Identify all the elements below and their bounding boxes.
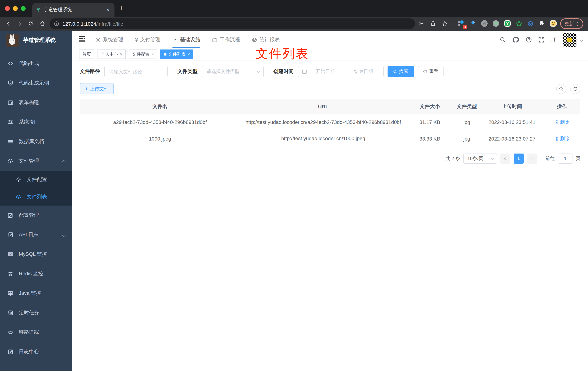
reset-button[interactable]: 重置: [418, 66, 443, 77]
cell-filename: 1000.jpeg: [80, 131, 240, 147]
date-start-placeholder[interactable]: 开始日期: [309, 68, 342, 75]
search-icon: [393, 69, 397, 74]
url-path: /infra/file/file: [96, 21, 123, 27]
sidebar-item-log-center[interactable]: 日志中心: [0, 342, 72, 362]
tag-home[interactable]: 首页: [79, 50, 94, 59]
tab-close-icon[interactable]: ×: [105, 7, 111, 13]
extension-y-icon[interactable]: Y: [504, 20, 511, 27]
tag-label: 文件列表: [168, 51, 186, 57]
sidebar-item-form-builder[interactable]: 表单构建: [0, 93, 72, 112]
sidebar-item-file-management[interactable]: 文件管理: [0, 151, 72, 171]
chrome-update-button[interactable]: 更新 ⋮: [560, 18, 583, 29]
toggle-search-button[interactable]: [556, 84, 566, 94]
table-row: a294ecb2-73dd-4353-bf40-296b8931d0bf htt…: [80, 114, 580, 131]
briefcase-icon: [212, 37, 218, 42]
sidebar-item-scheduled-tasks[interactable]: 定时任务: [0, 303, 72, 323]
tag-file-config[interactable]: 文件配置×: [129, 50, 157, 59]
extension-command-icon[interactable]: ⌘: [481, 20, 488, 27]
browser-tab[interactable]: 芋道管理系统 ×: [32, 3, 115, 17]
refresh-table-button[interactable]: [570, 84, 580, 94]
reload-icon[interactable]: [27, 20, 35, 27]
search-button[interactable]: 搜索: [388, 66, 414, 77]
extension-tampermonkey-icon[interactable]: 11: [457, 20, 464, 27]
date-range-picker[interactable]: 开始日期 - 结束日期: [298, 66, 384, 77]
font-size-icon[interactable]: TT: [551, 36, 556, 43]
address-bar[interactable]: 127.0.0.1:1024/infra/file/file: [50, 18, 415, 29]
logo-image: [6, 34, 19, 47]
tag-close-icon[interactable]: ×: [151, 52, 154, 57]
extension-eye-icon[interactable]: [527, 20, 534, 27]
prev-page-button[interactable]: [500, 154, 510, 164]
traffic-light-minimize[interactable]: [13, 6, 18, 11]
tag-label: 个人中心: [101, 51, 118, 57]
current-page[interactable]: 1: [514, 154, 524, 164]
col-header-type: 文件类型: [453, 99, 480, 114]
delete-button[interactable]: 删除: [555, 135, 569, 142]
sidebar-item-file-list[interactable]: 文件列表: [0, 188, 72, 206]
cloud-upload-icon: [16, 194, 21, 200]
browser-menu-icon[interactable]: ⋮: [575, 21, 580, 26]
extensions-puzzle-icon[interactable]: [538, 20, 545, 27]
file-path-input[interactable]: [104, 66, 168, 77]
sidebar-item-code-gen-example[interactable]: 代码生成示例: [0, 73, 72, 93]
traffic-light-close[interactable]: [5, 6, 10, 11]
sidebar-item-mysql-monitor[interactable]: MySQL 监控: [0, 244, 72, 264]
extension-star-icon[interactable]: [515, 20, 523, 27]
sidebar-logo[interactable]: 芋道管理系统: [0, 31, 72, 50]
github-icon[interactable]: [512, 36, 519, 43]
forward-icon[interactable]: [16, 20, 23, 27]
search-icon[interactable]: [500, 36, 506, 43]
col-header-actions: 操作: [544, 99, 580, 114]
sidebar-toggle-icon[interactable]: [79, 36, 85, 43]
avatar-caret-icon[interactable]: [580, 38, 584, 42]
main-area: 系统管理 ¥ 支付管理 基础设施 工作流程: [72, 31, 588, 371]
sidebar-item-code-gen[interactable]: 代码生成: [0, 54, 72, 73]
sidebar-item-java-monitor[interactable]: Java 监控: [0, 284, 72, 303]
sidebar-item-tracing[interactable]: 链路追踪: [0, 323, 72, 342]
extension-kite-icon[interactable]: [469, 20, 476, 27]
profile-avatar-icon[interactable]: [550, 20, 557, 27]
nav-payment-management[interactable]: ¥ 支付管理: [135, 31, 160, 49]
next-page-button[interactable]: [527, 154, 537, 164]
nav-workflow[interactable]: 工作流程: [212, 31, 240, 49]
share-icon[interactable]: [429, 20, 437, 27]
nav-infrastructure[interactable]: 基础设施: [172, 31, 200, 49]
site-info-icon[interactable]: [54, 21, 59, 26]
delete-button[interactable]: 删除: [555, 119, 569, 125]
sidebar-item-redis-monitor[interactable]: Redis 监控: [0, 264, 72, 284]
extension-dot-icon[interactable]: [492, 20, 500, 27]
chevron-down-icon: [491, 156, 494, 160]
sidebar-item-api-log[interactable]: API 日志: [0, 225, 72, 244]
gear-icon: [95, 37, 101, 42]
page-size-select[interactable]: 10条/页: [463, 154, 497, 164]
traffic-light-zoom[interactable]: [21, 6, 26, 11]
bookmark-star-icon[interactable]: [441, 20, 449, 27]
cell-time: 2022-03-16 23:51:41: [480, 114, 544, 130]
password-key-icon[interactable]: [417, 20, 425, 27]
nav-system-management[interactable]: 系统管理: [95, 31, 123, 49]
extension-badge: 11: [462, 25, 467, 29]
tag-file-list[interactable]: 文件列表×: [160, 50, 193, 59]
sidebar-item-label: Java 监控: [19, 290, 41, 297]
help-icon[interactable]: [525, 36, 532, 43]
back-icon[interactable]: [4, 20, 12, 27]
user-avatar-qr[interactable]: [563, 33, 577, 47]
upload-file-button[interactable]: + 上传文件: [80, 83, 114, 94]
sidebar-item-system-api[interactable]: 系统接口: [0, 112, 72, 132]
sidebar-item-db-doc[interactable]: 数据库文档: [0, 132, 72, 151]
tag-profile[interactable]: 个人中心×: [97, 50, 126, 59]
tag-close-icon[interactable]: ×: [188, 52, 190, 57]
sidebar-item-file-config[interactable]: 文件配置: [0, 171, 72, 188]
cell-type: jpg: [453, 131, 480, 147]
tag-close-icon[interactable]: ×: [120, 52, 122, 57]
sidebar-item-config-management[interactable]: 配置管理: [0, 206, 72, 225]
chevron-down-icon: [257, 69, 260, 73]
goto-page-input[interactable]: [558, 154, 572, 164]
home-icon[interactable]: [38, 20, 46, 27]
file-type-select[interactable]: 请选择文件类型: [202, 66, 264, 77]
date-end-placeholder[interactable]: 结束日期: [347, 68, 380, 75]
new-tab-button[interactable]: +: [119, 4, 123, 11]
page-size-value: 10条/页: [467, 155, 483, 162]
fullscreen-icon[interactable]: [538, 36, 545, 43]
nav-label: 基础设施: [180, 36, 200, 43]
